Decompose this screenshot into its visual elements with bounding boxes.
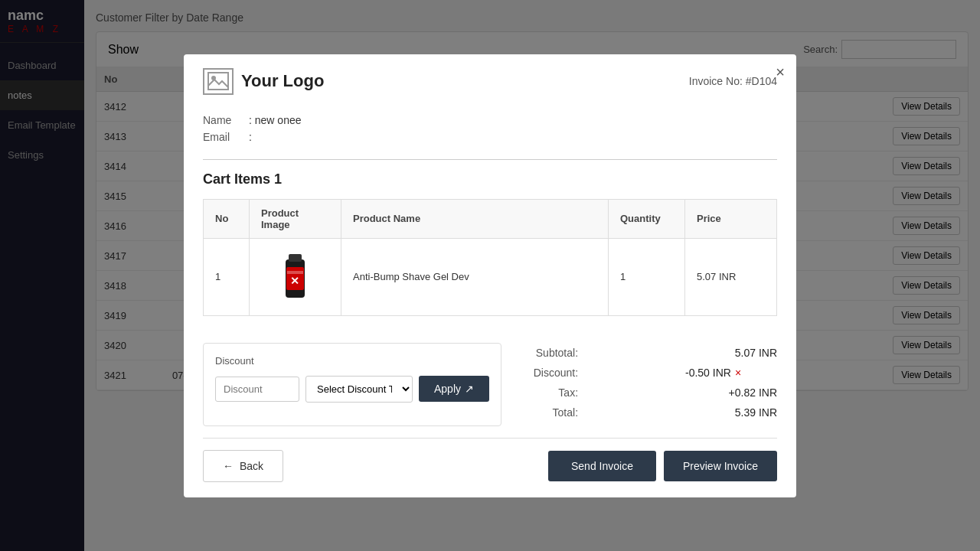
email-value: : xyxy=(249,131,252,143)
discount-amount: -0.50 INR xyxy=(685,367,731,379)
modal-header: Your Logo Invoice No: #D104 xyxy=(184,54,796,106)
send-invoice-button[interactable]: Send Invoice xyxy=(548,451,656,481)
discount-box-title: Discount xyxy=(215,355,489,367)
cart-title: Cart Items 1 xyxy=(203,171,777,187)
customer-info: Name : new onee Email : xyxy=(184,106,796,159)
email-label: Email xyxy=(203,131,249,143)
footer-right-buttons: Send Invoice Preview Invoice xyxy=(548,451,777,481)
invoice-id: #D104 xyxy=(746,75,777,87)
apply-label: Apply xyxy=(434,383,461,395)
preview-invoice-button[interactable]: Preview Invoice xyxy=(664,451,777,481)
subtotal-row: Subtotal: 5.07 INR xyxy=(517,347,777,359)
bottom-section: Discount Select Discount Typ Percentage … xyxy=(184,343,796,438)
discount-inputs: Select Discount Typ Percentage Flat Appl… xyxy=(215,376,489,403)
discount-type-select[interactable]: Select Discount Typ Percentage Flat xyxy=(305,376,413,403)
cart-row-price: 5.07 INR xyxy=(685,238,777,315)
product-bottle-svg: ✕ xyxy=(274,248,316,305)
tax-value: +0.82 INR xyxy=(685,386,777,399)
modal-overlay: × Your Logo Invoice No: #D104 xyxy=(0,0,980,551)
logo-icon xyxy=(203,68,234,95)
svg-rect-3 xyxy=(289,254,302,262)
cart-table: No Product Image Product Name Quantity P… xyxy=(203,199,777,316)
discount-box: Discount Select Discount Typ Percentage … xyxy=(203,343,501,426)
discount-label: Discount: xyxy=(517,367,578,379)
remove-discount-button[interactable]: × xyxy=(735,367,741,379)
cart-row-quantity: 1 xyxy=(609,238,685,315)
svg-rect-0 xyxy=(208,73,228,90)
name-label: Name xyxy=(203,114,249,126)
back-label: Back xyxy=(240,460,263,472)
subtotal-value: 5.07 INR xyxy=(685,347,777,359)
discount-value: -0.50 INR × xyxy=(685,367,777,379)
product-image-placeholder: ✕ xyxy=(269,246,322,308)
cart-row-no: 1 xyxy=(204,238,250,315)
total-label: Total: xyxy=(517,406,578,419)
apply-icon: ↗ xyxy=(465,383,474,395)
name-value: : new onee xyxy=(249,114,302,126)
cart-col-qty: Quantity xyxy=(609,199,685,238)
cart-col-price: Price xyxy=(685,199,777,238)
logo-area: Your Logo xyxy=(203,68,324,95)
back-button[interactable]: ← Back xyxy=(203,450,283,482)
discount-row: Discount: -0.50 INR × xyxy=(517,367,777,379)
cart-col-image: Product Image xyxy=(250,199,341,238)
cart-row-product-name: Anti-Bump Shave Gel Dev xyxy=(341,238,609,315)
tax-label: Tax: xyxy=(517,386,578,399)
summary-area: Subtotal: 5.07 INR Discount: -0.50 INR ×… xyxy=(517,343,777,426)
modal-footer: ← Back Send Invoice Preview Invoice xyxy=(184,450,796,497)
invoice-modal: × Your Logo Invoice No: #D104 xyxy=(184,54,796,497)
cart-col-name: Product Name xyxy=(341,199,609,238)
cart-col-no: No xyxy=(204,199,250,238)
subtotal-label: Subtotal: xyxy=(517,347,578,359)
total-row: Total: 5.39 INR xyxy=(517,406,777,419)
cart-row: 1 xyxy=(204,238,777,315)
back-icon: ← xyxy=(223,460,234,472)
svg-text:✕: ✕ xyxy=(290,275,299,287)
svg-rect-5 xyxy=(287,271,303,274)
total-value: 5.39 INR xyxy=(685,406,777,419)
discount-input[interactable] xyxy=(215,377,299,402)
close-button[interactable]: × xyxy=(776,64,785,81)
company-logo-text: Your Logo xyxy=(241,71,324,91)
apply-button[interactable]: Apply ↗ xyxy=(419,376,489,402)
modal-body: Cart Items 1 No Product Image Product Na… xyxy=(184,160,796,343)
customer-name-row: Name : new onee xyxy=(203,114,777,126)
footer-divider xyxy=(203,438,777,439)
customer-email-row: Email : xyxy=(203,131,777,143)
tax-row: Tax: +0.82 INR xyxy=(517,386,777,399)
image-icon xyxy=(207,72,229,90)
invoice-number: Invoice No: #D104 xyxy=(689,75,777,87)
invoice-label: Invoice No: xyxy=(689,75,743,87)
cart-row-image: ✕ xyxy=(250,238,341,315)
